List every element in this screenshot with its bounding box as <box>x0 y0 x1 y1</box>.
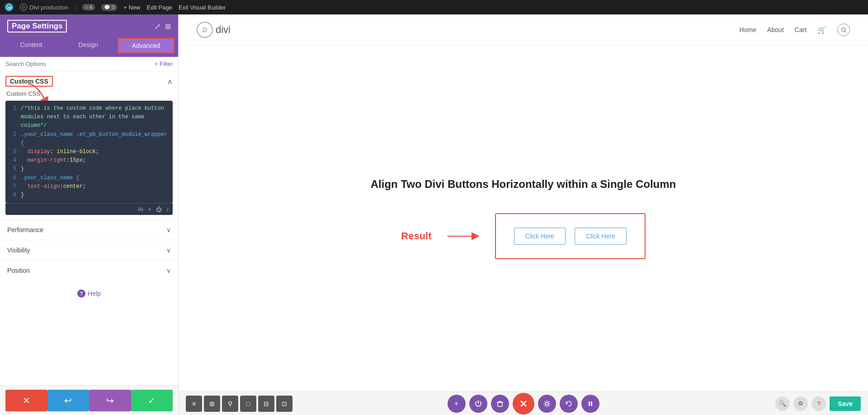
tab-content[interactable]: Content <box>4 38 59 53</box>
code-line-2: modules next to each other in the same c… <box>9 113 169 130</box>
header-icons: ⤢ ⊞ <box>155 22 171 31</box>
toolbar-tablet-btn[interactable]: ⊟ <box>258 396 274 412</box>
help-right-icon[interactable]: ? <box>811 396 826 411</box>
code-line-9: 8 } <box>9 191 169 200</box>
tab-advanced[interactable]: Advanced <box>118 38 175 53</box>
search-bar: + Filter <box>0 57 178 71</box>
save-button[interactable]: Save <box>830 396 861 411</box>
resize-icon[interactable]: ↕ <box>166 206 170 213</box>
performance-section[interactable]: Performance ∨ <box>0 219 178 240</box>
toolbar-left: ≡ ⊞ ⚲ □ ⊟ ⊡ <box>186 396 292 412</box>
toolbar-menu-btn[interactable]: ≡ <box>186 396 202 412</box>
code-line-1: 1 /*this is the custom code where place … <box>9 104 169 113</box>
position-title: Position <box>7 267 30 274</box>
code-line-5: 4 margin-right:15px; <box>9 156 169 165</box>
collapse-button[interactable]: ∧ <box>167 77 173 86</box>
custom-css-section: Custom CSS ∧ Custom CSS <box>0 76 178 219</box>
demo-button-1[interactable]: Click Here <box>514 228 566 245</box>
help-section: ? Help <box>0 280 178 307</box>
nav-about[interactable]: About <box>767 26 784 33</box>
confirm-button[interactable]: ✓ <box>131 390 173 411</box>
toolbar-grid-btn[interactable]: ⊞ <box>204 396 220 412</box>
cart-icon[interactable]: 🛒 <box>817 26 826 34</box>
svg-point-3 <box>841 28 845 31</box>
page-logo: D divi <box>197 22 231 38</box>
visibility-section[interactable]: Visibility ∨ <box>0 240 178 260</box>
logo-text: divi <box>216 24 231 36</box>
wp-logo-icon: W <box>5 3 14 12</box>
page-nav: D divi Home About Cart 🛒 <box>179 14 868 46</box>
tab-design[interactable]: Design <box>61 38 116 53</box>
result-label: Result <box>401 230 431 242</box>
ai-icon[interactable]: AI <box>138 206 143 213</box>
discard-button[interactable]: ✕ <box>5 390 47 411</box>
sidebar-header: Page Settings ⤢ ⊞ <box>0 14 178 38</box>
divi-circle-icon: D <box>197 22 213 38</box>
position-chevron-icon: ∨ <box>166 267 171 274</box>
code-line-8: 7 text-align:center; <box>9 182 169 191</box>
toolbar-search-btn[interactable]: ⚲ <box>222 396 238 412</box>
exit-builder-link[interactable]: Exit Visual Builder <box>179 4 226 11</box>
page-heading: Align Two Divi Buttons Horizontally with… <box>371 178 676 191</box>
edit-page-link[interactable]: Edit Page <box>147 4 172 11</box>
help-button[interactable]: ? Help <box>77 289 101 298</box>
history-btn[interactable] <box>560 395 578 413</box>
svg-rect-7 <box>498 402 502 406</box>
comment-count: 💬0 <box>101 4 117 11</box>
redo-button[interactable]: ↪ <box>89 390 131 411</box>
search-button[interactable] <box>837 23 850 36</box>
toolbar-mobile-btn[interactable]: ⊡ <box>276 396 292 412</box>
custom-css-title: Custom CSS <box>5 76 53 87</box>
toolbar-desktop-btn[interactable]: □ <box>240 396 256 412</box>
search-right-icon[interactable]: 🔍 <box>775 396 790 411</box>
svg-text:W: W <box>8 5 12 10</box>
demo-button-2[interactable]: Click Here <box>575 228 627 245</box>
sidebar-content: Custom CSS ∧ Custom CSS <box>0 71 178 386</box>
nav-cart[interactable]: Cart <box>795 26 807 33</box>
divi-site-info: D Divi production <box>20 4 68 11</box>
result-box: Click Here Click Here <box>495 213 646 259</box>
sidebar: Page Settings ⤢ ⊞ Content Design Advance… <box>0 14 179 415</box>
close-center-btn[interactable] <box>513 393 534 415</box>
svg-rect-13 <box>591 401 592 406</box>
page-settings-title: Page Settings <box>7 20 67 33</box>
page-content: Align Two Divi Buttons Horizontally with… <box>179 46 868 392</box>
add-icon[interactable]: + <box>148 206 151 213</box>
undo-button[interactable]: ↩ <box>47 390 90 411</box>
svg-line-4 <box>844 31 846 33</box>
nav-links: Home About Cart 🛒 <box>740 23 850 36</box>
visibility-title: Visibility <box>7 247 30 254</box>
pause-btn[interactable] <box>581 395 599 413</box>
performance-title: Performance <box>7 226 43 233</box>
help-icon: ? <box>77 289 85 298</box>
nav-home[interactable]: Home <box>740 26 756 33</box>
filter-button[interactable]: + Filter <box>155 61 173 67</box>
code-editor[interactable]: 1 /*this is the custom code where place … <box>5 101 173 215</box>
trash-btn[interactable] <box>491 395 509 413</box>
editor-footer: AI + ⏻ ↕ <box>5 203 173 215</box>
add-section-btn[interactable]: + <box>448 395 466 413</box>
settings-center-btn[interactable] <box>538 395 556 413</box>
toolbar-right: 🔍 ⚙ ? Save <box>775 396 861 411</box>
css-label: Custom CSS <box>5 90 173 97</box>
result-arrow-icon <box>445 229 481 243</box>
performance-chevron-icon: ∨ <box>166 226 171 233</box>
settings-right-icon[interactable]: ⚙ <box>793 396 808 411</box>
circle-count: ○4 <box>82 4 95 10</box>
code-line-4: 3 display: inline-block; <box>9 148 169 156</box>
layout-icon[interactable]: ⊞ <box>165 22 171 31</box>
main-layout: Page Settings ⤢ ⊞ Content Design Advance… <box>0 14 868 415</box>
visibility-chevron-icon: ∨ <box>166 247 171 254</box>
position-section[interactable]: Position ∨ <box>0 260 178 280</box>
search-input[interactable] <box>5 61 152 67</box>
power-btn[interactable] <box>469 395 487 413</box>
expand-icon[interactable]: ⤢ <box>155 22 160 31</box>
new-button[interactable]: + New <box>123 4 140 11</box>
code-line-7: 6 .your_class_name { <box>9 174 169 182</box>
divi-icon: D <box>20 4 27 11</box>
admin-bar: W D Divi production | ○4 💬0 + New Edit P… <box>0 0 868 14</box>
sidebar-tabs: Content Design Advanced <box>0 38 178 57</box>
bottom-actions: ✕ ↩ ↪ ✓ <box>0 386 178 415</box>
power-icon[interactable]: ⏻ <box>156 206 162 213</box>
bottom-toolbar: ≡ ⊞ ⚲ □ ⊟ ⊡ + <box>179 392 868 415</box>
